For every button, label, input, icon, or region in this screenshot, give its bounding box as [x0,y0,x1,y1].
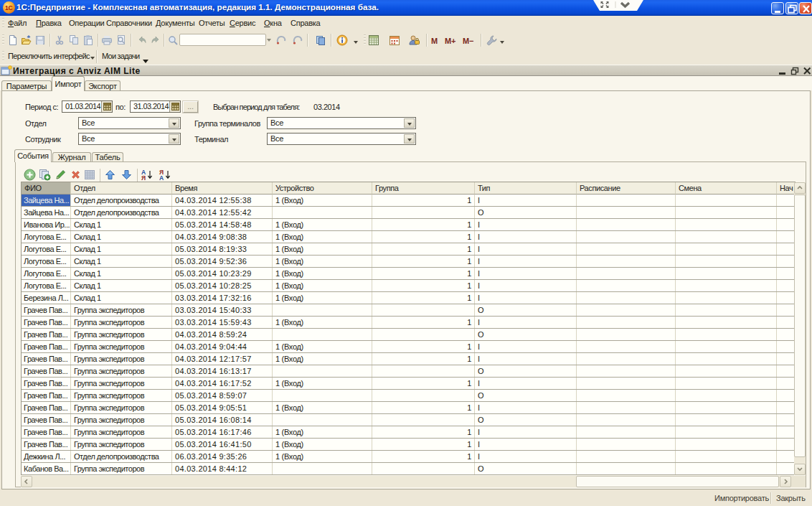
svg-text:Я: Я [141,174,146,181]
svg-text:А: А [159,174,164,181]
